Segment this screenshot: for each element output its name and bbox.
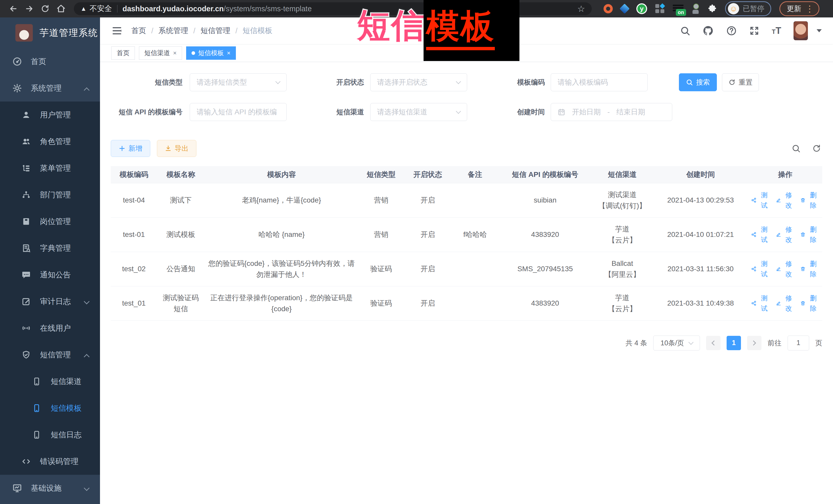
search-icon[interactable] xyxy=(680,26,690,36)
sidebar-item-online-users[interactable]: 在线用户 xyxy=(0,315,100,341)
show-search-toggle-icon[interactable] xyxy=(791,144,801,153)
goto-page-input[interactable]: 1 xyxy=(788,336,809,351)
status-select[interactable]: 请选择开启状态 xyxy=(370,73,467,91)
extensions-puzzle-icon[interactable] xyxy=(708,4,717,13)
paused-label: 已暂停 xyxy=(743,4,764,14)
delete-link[interactable]: 删除 xyxy=(800,293,819,314)
sidebar-item-sms-channel[interactable]: 短信渠道 xyxy=(0,368,100,395)
tag-home[interactable]: 首页 xyxy=(111,46,135,60)
reload-icon[interactable] xyxy=(39,2,52,16)
tag-sms-channel[interactable]: 短信渠道 × xyxy=(139,46,182,60)
extension-grid-icon[interactable] xyxy=(655,4,665,13)
extension-list-icon[interactable]: on xyxy=(673,4,684,14)
test-link[interactable]: 测试 xyxy=(751,190,770,211)
table-row: test_01 测试验证码短信 正在进行登录操作{operation}，您的验证… xyxy=(111,286,822,320)
sidebar-item-home[interactable]: 首页 xyxy=(0,48,100,75)
end-date-placeholder[interactable]: 结束日期 xyxy=(616,107,645,117)
test-link[interactable]: 测试 xyxy=(751,259,770,280)
user-avatar[interactable] xyxy=(793,21,808,40)
test-link[interactable]: 测试 xyxy=(751,224,770,245)
app-logo xyxy=(16,24,33,42)
home-icon[interactable] xyxy=(54,2,68,16)
sidebar-item-infrastructure[interactable]: 基础设施 xyxy=(0,475,100,501)
sidebar-item-error-codes[interactable]: 错误码管理 xyxy=(0,448,100,475)
sidebar-item-departments[interactable]: 部门管理 xyxy=(0,182,100,208)
update-label: 更新 xyxy=(787,4,801,14)
api-template-id-input[interactable]: 请输入短信 API 的模板编 xyxy=(190,103,287,121)
help-icon[interactable] xyxy=(726,25,737,36)
edit-note-icon xyxy=(22,297,32,306)
start-date-placeholder[interactable]: 开始日期 xyxy=(572,107,601,117)
export-button[interactable]: 导出 xyxy=(157,140,196,157)
tag-sms-template[interactable]: 短信模板 × xyxy=(186,46,236,60)
collapse-sidebar-icon[interactable] xyxy=(111,25,123,37)
page-size-select[interactable]: 10条/页 xyxy=(653,336,700,351)
fullscreen-icon[interactable] xyxy=(749,26,759,36)
security-warning-icon[interactable]: ▲ xyxy=(80,5,87,12)
template-code-label: 模板编码 xyxy=(491,73,545,91)
sidebar-item-users[interactable]: 用户管理 xyxy=(0,101,100,128)
search-button[interactable]: 搜索 xyxy=(679,73,717,91)
browser-menu-icon[interactable]: ⋮ xyxy=(805,4,814,13)
breadcrumb-home[interactable]: 首页 xyxy=(131,26,146,36)
edit-link[interactable]: 修改 xyxy=(776,293,795,314)
chevron-up-icon xyxy=(84,88,90,93)
profile-paused-button[interactable]: ☺ 已暂停 xyxy=(725,1,771,16)
sidebar-item-audit-log[interactable]: 审计日志 xyxy=(0,288,100,315)
breadcrumb-system[interactable]: 系统管理 xyxy=(159,26,188,36)
goto-label: 前往 xyxy=(768,338,782,347)
url-bar[interactable]: ▲ 不安全 dashboard.yudao.iocoder.cn/system/… xyxy=(74,2,592,15)
delete-link[interactable]: 删除 xyxy=(800,190,819,211)
current-page-button[interactable]: 1 xyxy=(727,336,741,350)
bookmark-star-icon[interactable]: ☆ xyxy=(577,4,585,14)
prev-page-button[interactable] xyxy=(706,336,720,350)
sidebar-item-notices[interactable]: 通知公告 xyxy=(0,262,100,288)
phone-icon xyxy=(32,377,43,386)
edit-link[interactable]: 修改 xyxy=(776,259,795,280)
close-tab-icon[interactable]: × xyxy=(173,49,177,57)
sidebar-item-sms-template[interactable]: 短信模板 xyxy=(0,395,100,422)
back-icon[interactable] xyxy=(7,2,20,16)
sidebar-item-menus[interactable]: 菜单管理 xyxy=(0,155,100,182)
add-button[interactable]: 新增 xyxy=(111,140,150,157)
total-count: 共 4 条 xyxy=(625,338,647,347)
create-time-range-picker[interactable]: 开始日期 - 结束日期 xyxy=(551,103,672,121)
browser-update-button[interactable]: 更新 ⋮ xyxy=(779,1,819,16)
extension-ring-icon[interactable] xyxy=(603,4,613,13)
sidebar-item-sms-log[interactable]: 短信日志 xyxy=(0,422,100,448)
users-icon xyxy=(22,137,32,146)
github-icon[interactable] xyxy=(703,25,714,37)
extension-gem-icon[interactable] xyxy=(619,4,630,14)
chevron-down-icon xyxy=(84,485,90,491)
top-navbar: 首页 / 系统管理 / 短信管理 / 短信模板 xyxy=(100,18,833,44)
test-link[interactable]: 测试 xyxy=(751,293,770,314)
font-size-icon[interactable]: TT xyxy=(772,25,781,36)
template-code-input[interactable]: 请输入模板编码 xyxy=(551,73,648,91)
edit-link[interactable]: 修改 xyxy=(776,190,795,211)
channel-select[interactable]: 请选择短信渠道 xyxy=(370,103,467,121)
avatar-caret-icon[interactable] xyxy=(816,29,822,32)
breadcrumb-sms[interactable]: 短信管理 xyxy=(200,26,230,36)
sidebar-item-roles[interactable]: 角色管理 xyxy=(0,128,100,155)
signal-icon xyxy=(22,323,32,333)
extension-y-icon[interactable]: y xyxy=(636,3,647,14)
filter-form: 短信类型 请选择短信类型 开启状态 请选择开启状态 模板编码 请输入模板编码 短… xyxy=(111,73,822,139)
edit-link[interactable]: 修改 xyxy=(776,224,795,245)
url-path: /system/sms/sms-template xyxy=(224,5,312,13)
close-tab-icon[interactable]: × xyxy=(227,49,231,57)
reset-button[interactable]: 重置 xyxy=(722,73,759,91)
sidebar-item-dictionary[interactable]: 字典管理 xyxy=(0,235,100,262)
forward-icon[interactable] xyxy=(23,2,36,16)
delete-link[interactable]: 删除 xyxy=(800,224,819,245)
sidebar-item-positions[interactable]: 岗位管理 xyxy=(0,208,100,235)
extension-doll-icon[interactable] xyxy=(692,4,699,14)
sidebar-item-sms[interactable]: 短信管理 xyxy=(0,341,100,368)
sms-type-select[interactable]: 请选择短信类型 xyxy=(190,73,287,91)
profile-avatar-icon: ☺ xyxy=(728,3,739,14)
refresh-table-icon[interactable] xyxy=(812,144,821,153)
security-label[interactable]: 不安全 xyxy=(90,4,112,14)
next-page-button[interactable] xyxy=(747,336,761,350)
delete-link[interactable]: 删除 xyxy=(800,259,819,280)
sidebar-item-system[interactable]: 系统管理 xyxy=(0,75,100,101)
sidebar-logo-row[interactable]: 芋道管理系统 xyxy=(0,18,100,48)
